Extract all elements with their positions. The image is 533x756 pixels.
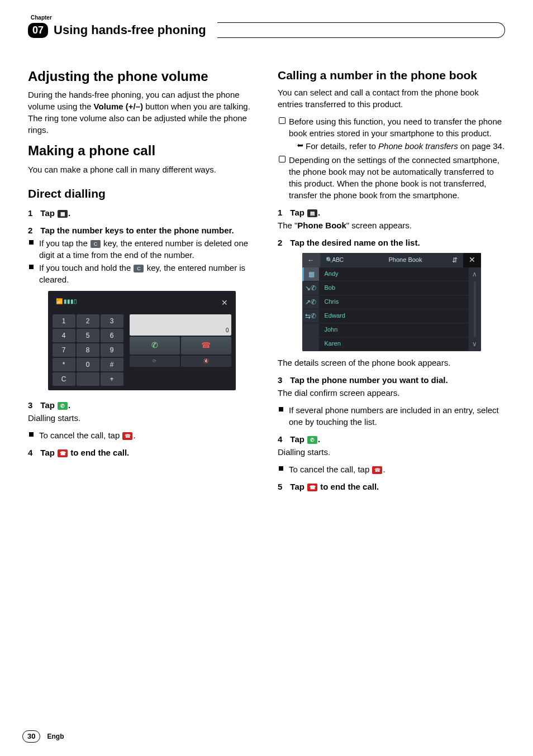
ref-title: Phone book transfers <box>378 141 458 151</box>
number-display: 0 <box>130 314 231 336</box>
dialpad-status-bar: 📶 ▮▮▮▯ ✕ <box>53 296 231 314</box>
search-placeholder: ABC <box>332 257 344 263</box>
step-4: 4Tap ☎ to end the call. <box>28 447 255 458</box>
hangup-icon: ☎ <box>58 449 68 457</box>
footer: 30 Engb <box>22 730 64 743</box>
phonebook-body: ▦ ↘✆ ↗✆ ⇆✆ Andy Bob Chris Edward John Ka… <box>302 267 481 351</box>
pb-step-4-notes: To cancel the call, tap ☎. <box>278 463 505 475</box>
search-icon: 🔍 <box>326 257 332 263</box>
scroll-thumb <box>474 281 476 337</box>
tab-missed-icon: ⇆✆ <box>302 309 319 323</box>
dialpad-right: 0 ✆ ☎ ⟳ 🔇 <box>130 314 231 386</box>
key-star: * <box>53 358 75 371</box>
pb-step-1-result: The "Phone Book" screen appears. <box>278 219 505 231</box>
text: Before using this function, you need to … <box>289 117 502 138</box>
phonebook-icon: ▤ <box>307 209 317 217</box>
scroll-down-icon: ∨ <box>472 339 477 349</box>
text: If you touch and hold the <box>39 263 133 272</box>
list-item: Bob <box>319 281 469 295</box>
redial-icon: ⟳ <box>130 356 180 367</box>
text: To cancel the call, tap <box>289 465 372 474</box>
list-item: John <box>319 323 469 337</box>
pb-step-1: 1Tap ▤. <box>278 207 505 218</box>
hangup-icon: ☎ <box>307 484 317 491</box>
pb-step-5: 5Tap ☎ to end the call. <box>278 481 505 492</box>
phonebook-tabs: ▦ ↘✆ ↗✆ ⇆✆ <box>302 267 319 351</box>
text: Tap <box>290 208 307 217</box>
step-2-notes: If you tap the C key, the entered number… <box>28 237 255 285</box>
pb-step-3: 3Tap the phone number you want to dial. <box>278 374 505 386</box>
text: Tap <box>40 448 57 457</box>
heading-adjust-volume: Adjusting the phone volume <box>28 67 255 86</box>
key-1: 1 <box>53 314 75 328</box>
key-9: 9 <box>101 343 123 357</box>
key-hash: # <box>101 358 123 371</box>
note: Depending on the settings of the connect… <box>289 154 505 201</box>
page-number: 30 <box>22 730 40 743</box>
pb-step-4-result: Dialling starts. <box>278 446 505 458</box>
text: Tap <box>290 434 307 444</box>
tab-received-icon: ↘✆ <box>302 281 319 295</box>
para-make-call: You can make a phone call in many differ… <box>28 164 255 175</box>
call-icon: ✆ <box>307 436 317 444</box>
key-2: 2 <box>77 314 99 328</box>
chapter-header: Chapter 07 Using hands-free phoning <box>28 14 505 39</box>
keypad-icon: ▦ <box>58 210 68 218</box>
sub-note: For details, refer to Phone book transfe… <box>297 140 505 152</box>
pb-step-4: 4Tap ✆. <box>278 433 505 445</box>
dialpad-body: 1 2 3 4 5 6 7 8 9 * 0 # C + <box>53 314 231 386</box>
chapter-title: Using hands-free phoning <box>54 22 206 39</box>
tab-dialed-icon: ↗✆ <box>302 295 319 309</box>
scroll-up-icon: ∧ <box>472 270 477 279</box>
list-item: Chris <box>319 295 469 309</box>
clear-key-icon: C <box>91 240 101 248</box>
note: To cancel the call, tap ☎. <box>39 429 255 441</box>
header-rule <box>217 22 505 38</box>
list-item: Edward <box>319 309 469 323</box>
cross-ref: For details, refer to Phone book transfe… <box>306 140 505 152</box>
text: on page 34. <box>458 141 505 151</box>
key-8: 8 <box>77 343 99 357</box>
key-clear: C <box>53 372 75 386</box>
step-3-result: Dialling starts. <box>28 412 255 424</box>
heading-call-phonebook: Calling a number in the phone book <box>278 67 505 83</box>
list-item: Karen <box>319 337 469 351</box>
left-column: Adjusting the phone volume During the ha… <box>28 67 255 494</box>
key-plus: + <box>101 372 123 386</box>
hangup-icon: ☎ <box>122 432 132 440</box>
para-adjust-volume: During the hands-free phoning, you can a… <box>28 89 255 136</box>
call-buttons: ✆ ☎ <box>130 337 231 355</box>
back-icon: ← <box>302 253 320 267</box>
text: to end the call. <box>68 448 129 457</box>
text: Tap <box>290 482 307 491</box>
chapter-row: 07 Using hands-free phoning <box>28 22 505 39</box>
pb-step-3-result: The dial confirm screen appears. <box>278 387 505 399</box>
language-code: Engb <box>47 732 64 741</box>
phonebook-title: Phone Book <box>365 256 446 264</box>
step-3: 3Tap ✆. <box>28 399 255 411</box>
heading-direct-dial: Direct dialling <box>28 185 255 202</box>
pb-step-2-result: The details screen of the phone book app… <box>278 357 505 369</box>
phonebook-header: ← 🔍ABC Phone Book ⇵ ✕ <box>302 253 481 267</box>
key-grid: 1 2 3 4 5 6 7 8 9 * 0 # C + <box>53 314 125 386</box>
note: If you tap the C key, the entered number… <box>39 237 255 261</box>
search-field: 🔍ABC <box>320 256 365 264</box>
key-7: 7 <box>53 343 75 357</box>
key-0: 0 <box>77 358 99 371</box>
text: Tap the number keys to enter the phone n… <box>40 226 234 235</box>
text: For details, refer to <box>306 141 378 151</box>
phonebook-screenshot: ← 🔍ABC Phone Book ⇵ ✕ ▦ ↘✆ ↗✆ ⇆✆ Andy <box>302 253 481 351</box>
mute-icon: 🔇 <box>181 356 231 367</box>
chapter-number: 07 <box>28 23 48 38</box>
screen-name: Phone Book <box>297 221 346 230</box>
tab-contacts-icon: ▦ <box>302 267 319 281</box>
step-3-notes: To cancel the call, tap ☎. <box>28 429 255 441</box>
text: The " <box>278 221 297 230</box>
end-button: ☎ <box>181 337 231 355</box>
hangup-icon: ☎ <box>372 466 382 474</box>
note: If several phone numbers are included in… <box>289 404 505 428</box>
note: If you touch and hold the C key, the ent… <box>39 262 255 285</box>
close-icon: ✕ <box>221 298 228 309</box>
para-phonebook-intro: You can select and call a contact from t… <box>278 87 505 110</box>
note: Before using this function, you need to … <box>289 116 505 152</box>
